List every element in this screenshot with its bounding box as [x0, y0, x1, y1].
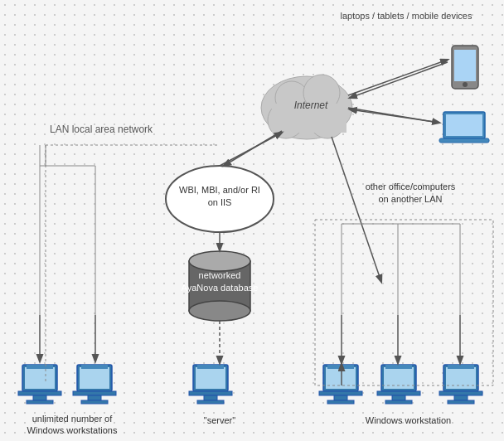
- other-office-label: other office/computers on another LAN: [327, 181, 493, 206]
- svg-rect-26: [81, 365, 108, 369]
- svg-line-54: [350, 62, 448, 98]
- svg-rect-13: [446, 114, 482, 136]
- svg-point-7: [189, 251, 250, 271]
- svg-rect-19: [27, 400, 53, 404]
- svg-rect-22: [80, 367, 109, 389]
- computer-icon-4: [319, 365, 362, 404]
- laptops-label: laptops / tablets / mobile devices: [323, 10, 489, 22]
- svg-rect-35: [319, 391, 362, 395]
- svg-rect-16: [25, 367, 55, 389]
- database-label: networked AyaNova database: [174, 269, 265, 295]
- svg-rect-24: [88, 395, 101, 400]
- svg-rect-10: [454, 50, 476, 81]
- svg-rect-42: [392, 395, 405, 400]
- svg-rect-31: [197, 400, 224, 404]
- svg-line-53: [348, 60, 448, 95]
- svg-line-56: [350, 109, 439, 123]
- internet-label: Internet: [282, 99, 340, 113]
- mobile-device-icon: [452, 46, 478, 89]
- svg-rect-20: [27, 365, 53, 369]
- svg-rect-43: [385, 400, 412, 404]
- svg-rect-48: [454, 395, 468, 400]
- svg-rect-36: [334, 395, 347, 400]
- svg-rect-28: [196, 367, 225, 389]
- computer-icon-6: [439, 365, 482, 404]
- windows-workstation-label: Windows workstation: [319, 414, 497, 426]
- svg-rect-47: [439, 391, 482, 395]
- svg-rect-38: [327, 365, 354, 369]
- diagram: laptops / tablets / mobile devices Inter…: [0, 0, 504, 441]
- svg-rect-14: [439, 138, 489, 143]
- svg-rect-25: [81, 400, 108, 404]
- svg-rect-32: [197, 365, 224, 369]
- computer-icon-1: [18, 365, 61, 404]
- svg-rect-30: [204, 395, 217, 400]
- svg-rect-44: [385, 365, 412, 369]
- computer-icon-5: [377, 365, 420, 404]
- svg-rect-34: [326, 367, 356, 389]
- svg-rect-18: [33, 395, 46, 400]
- svg-rect-41: [377, 391, 420, 395]
- svg-rect-49: [448, 400, 474, 404]
- computer-icon-2: [73, 365, 116, 404]
- svg-line-57: [332, 137, 381, 282]
- server-label: "server": [189, 414, 250, 426]
- svg-rect-37: [327, 400, 354, 404]
- computer-icon-server: [189, 365, 232, 404]
- svg-point-8: [189, 301, 250, 321]
- svg-line-52: [224, 131, 282, 166]
- lan-label: LAN local area network: [50, 124, 182, 137]
- diagram-svg: [0, 0, 504, 441]
- laptop-icon: [439, 112, 489, 143]
- svg-rect-23: [73, 391, 116, 395]
- svg-point-11: [463, 82, 468, 87]
- svg-rect-29: [189, 391, 232, 395]
- unlimited-label: unlimited number of Windows workstations: [10, 413, 134, 437]
- wbi-label: WBI, MBI, and/or RI on IIS: [174, 184, 265, 210]
- svg-rect-46: [446, 367, 476, 389]
- svg-rect-17: [18, 391, 61, 395]
- svg-rect-50: [448, 365, 474, 369]
